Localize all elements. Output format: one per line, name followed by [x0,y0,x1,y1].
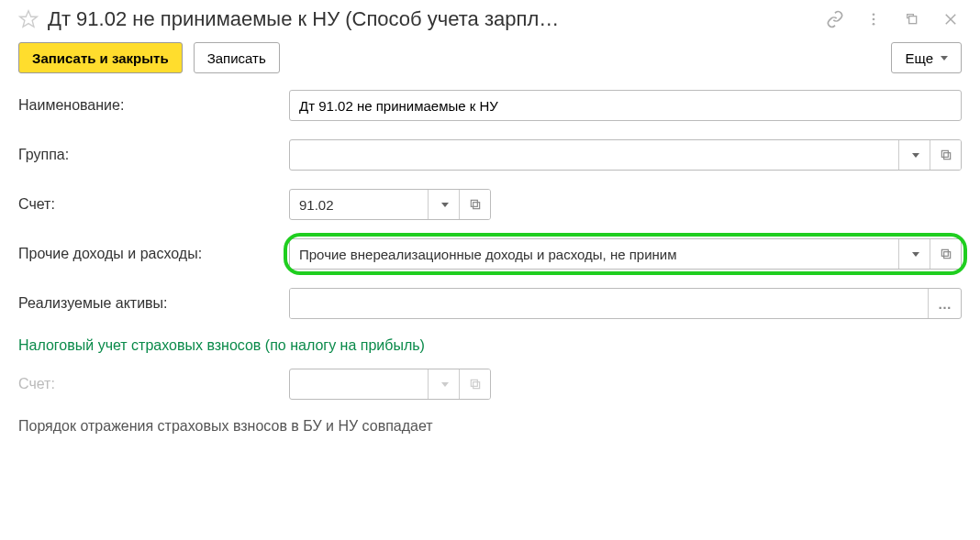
chevron-down-icon [441,382,449,387]
more-button[interactable]: Еще [891,42,962,73]
svg-rect-13 [473,382,479,389]
favorite-star-icon[interactable] [18,9,39,29]
account-open-button[interactable] [459,190,490,219]
kebab-menu-icon[interactable] [863,8,885,30]
label-other-income-expense: Прочие доходы и расходы: [18,246,289,262]
chevron-down-icon [941,56,948,61]
svg-point-3 [873,23,875,26]
restore-window-icon[interactable] [901,8,923,30]
open-external-icon [940,149,952,161]
account-dropdown-button[interactable] [428,190,459,219]
chevron-down-icon [912,252,919,257]
titlebar: Дт 91.02 не принимаемые к НУ (Способ уче… [18,7,962,42]
label-account-2: Счет: [18,376,289,392]
close-icon[interactable] [940,8,962,30]
svg-rect-9 [473,203,479,209]
link-icon[interactable] [824,8,846,30]
tax-accounting-section-link[interactable]: Налоговый учет страховых взносов (по нал… [18,337,962,354]
save-and-close-button[interactable]: Записать и закрыть [18,42,183,73]
open-external-icon [940,248,952,260]
svg-point-1 [873,13,875,16]
account2-combo [289,369,491,400]
group-open-button[interactable] [930,140,961,170]
account-input[interactable]: 91.02 [290,190,428,219]
save-button[interactable]: Записать [194,42,280,73]
realizable-assets-box[interactable]: … [289,288,962,319]
ellipsis-icon: … [938,296,952,312]
svg-marker-0 [20,11,37,27]
toolbar: Записать и закрыть Записать Еще [18,42,962,73]
account-combo[interactable]: 91.02 [289,189,491,220]
realizable-assets-select-button[interactable]: … [928,289,961,318]
svg-rect-7 [943,153,950,160]
window-title: Дт 91.02 не принимаемые к НУ (Способ уче… [48,7,815,31]
svg-rect-12 [941,249,948,256]
window: Дт 91.02 не принимаемые к НУ (Способ уче… [0,0,980,540]
other-income-expense-open-button[interactable] [930,239,961,269]
svg-rect-8 [941,150,948,157]
group-input[interactable] [290,140,898,170]
account2-open-button [459,369,490,399]
svg-rect-14 [471,380,477,386]
svg-rect-10 [471,200,477,206]
svg-rect-11 [943,252,950,259]
more-button-label: Еще [905,50,933,66]
label-group: Группа: [18,147,289,163]
group-dropdown-button[interactable] [898,140,930,170]
note-text: Порядок отражения страховых взносов в БУ… [18,418,962,435]
realizable-assets-input[interactable] [290,289,928,318]
label-name: Наименование: [18,97,289,114]
other-income-expense-input[interactable]: Прочие внереализационные доходы и расход… [290,239,898,269]
open-external-icon [469,198,482,211]
svg-point-2 [873,18,875,21]
other-income-expense-dropdown-button[interactable] [898,239,930,269]
label-realizable-assets: Реализуемые активы: [18,295,289,312]
group-combo[interactable] [289,139,962,171]
other-income-expense-combo[interactable]: Прочие внереализационные доходы и расход… [289,238,962,270]
svg-rect-4 [909,17,917,24]
open-external-icon [469,378,482,391]
account2-dropdown-button [428,369,459,399]
label-account: Счет: [18,196,289,213]
name-input[interactable] [289,90,962,121]
account2-input [290,369,428,399]
chevron-down-icon [441,203,449,207]
chevron-down-icon [912,153,919,158]
